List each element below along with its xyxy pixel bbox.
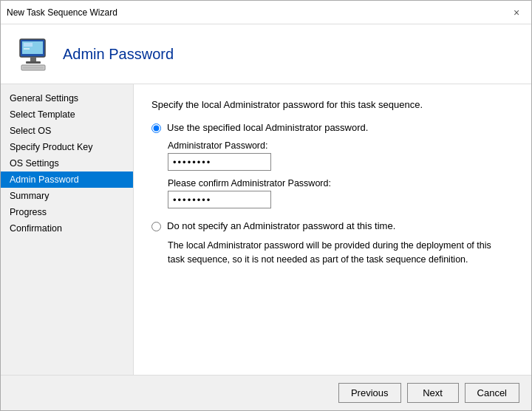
field1-row: [168, 153, 514, 171]
sidebar-item-progress[interactable]: Progress: [1, 204, 133, 220]
main-panel: Specify the local Administrator password…: [134, 84, 531, 375]
header-computer-icon: [16, 36, 51, 72]
field2-label: Please confirm Administrator Password:: [168, 178, 514, 188]
sidebar-item-select-os[interactable]: Select OS: [1, 123, 133, 139]
svg-rect-7: [23, 67, 44, 69]
option2-radio[interactable]: [151, 222, 161, 231]
window-title: New Task Sequence Wizard: [7, 7, 117, 18]
option1-label[interactable]: Use the specified local Administrator pa…: [167, 122, 368, 133]
sidebar: General Settings Select Template Select …: [1, 84, 134, 375]
next-button[interactable]: Next: [407, 383, 459, 403]
password-fields: Administrator Password: Please confirm A…: [168, 140, 514, 208]
content-area: General Settings Select Template Select …: [1, 84, 531, 375]
sidebar-item-summary[interactable]: Summary: [1, 188, 133, 204]
title-bar: New Task Sequence Wizard ×: [1, 1, 531, 24]
close-button[interactable]: ×: [508, 4, 525, 21]
svg-rect-4: [30, 57, 36, 61]
sidebar-item-admin-password[interactable]: Admin Password: [1, 171, 133, 188]
svg-rect-5: [26, 61, 41, 64]
sidebar-item-confirmation[interactable]: Confirmation: [1, 220, 133, 237]
field2-row: [168, 191, 514, 208]
svg-rect-2: [24, 43, 33, 47]
footer: Previous Next Cancel: [1, 375, 531, 410]
sidebar-item-os-settings[interactable]: OS Settings: [1, 155, 133, 171]
sidebar-item-general-settings[interactable]: General Settings: [1, 90, 133, 106]
previous-button[interactable]: Previous: [338, 383, 401, 403]
page-title: Admin Password: [63, 46, 174, 63]
sidebar-item-select-template[interactable]: Select Template: [1, 106, 133, 123]
confirm-password-input[interactable]: [168, 191, 271, 208]
admin-password-input[interactable]: [168, 153, 271, 171]
option1-radio[interactable]: [151, 123, 161, 133]
wizard-window: New Task Sequence Wizard × Admin: [0, 0, 532, 411]
option2-description: The local Administrator password will be…: [168, 239, 508, 267]
page-description: Specify the local Administrator password…: [151, 99, 514, 110]
option1-radio-row: Use the specified local Administrator pa…: [151, 122, 514, 133]
option2-label[interactable]: Do not specify an Administrator password…: [167, 220, 395, 231]
header-bar: Admin Password: [1, 24, 531, 84]
sidebar-item-specify-product-key[interactable]: Specify Product Key: [1, 139, 133, 155]
svg-rect-3: [24, 48, 30, 50]
option1-group: Use the specified local Administrator pa…: [151, 122, 514, 208]
cancel-button[interactable]: Cancel: [465, 383, 519, 403]
option2-radio-row: Do not specify an Administrator password…: [151, 220, 514, 231]
field1-label: Administrator Password:: [168, 140, 514, 151]
option2-group: Do not specify an Administrator password…: [151, 220, 514, 267]
